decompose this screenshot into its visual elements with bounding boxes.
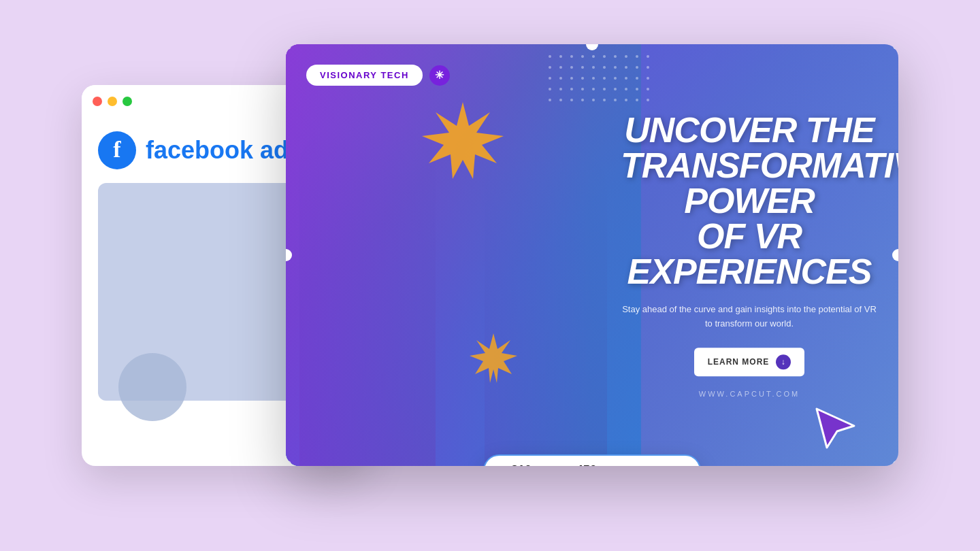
close-dot[interactable] — [93, 97, 102, 106]
minimize-dot[interactable] — [108, 97, 117, 106]
brand-badge: VISIONARY TECH ✳ — [306, 65, 450, 86]
facebook-f-icon: f — [113, 138, 120, 161]
unit-label: px — [615, 465, 627, 467]
svg-marker-0 — [422, 102, 504, 179]
badge-brand-text: VISIONARY TECH — [320, 70, 409, 80]
width-input[interactable] — [501, 463, 542, 466]
cursor-arrow — [813, 405, 858, 452]
cta-arrow-icon: ↓ — [776, 354, 791, 369]
learn-more-button[interactable]: LEARN MORE ↓ — [694, 348, 805, 376]
starburst-large — [415, 99, 510, 194]
badge-pill: VISIONARY TECH — [306, 65, 423, 86]
starburst-small — [463, 330, 524, 391]
unit-dropdown-icon: ▾ — [632, 465, 637, 467]
svg-rect-3 — [548, 54, 657, 109]
vr-headline: UNCOVER THE TRANSFORMATIVE POWER OF VR E… — [621, 112, 878, 289]
main-container: f facebook ad — [82, 44, 898, 507]
maximize-dot[interactable] — [122, 97, 132, 106]
headline-line2: TRANSFORMATIVE POWER — [621, 146, 898, 220]
dimension-bar: × px ▾ — [483, 454, 701, 466]
vr-right-content: UNCOVER THE TRANSFORMATIVE POWER OF VR E… — [621, 112, 878, 398]
vr-website-url: WWW.CAPCUT.COM — [621, 390, 878, 398]
svg-marker-4 — [817, 409, 854, 448]
unit-selector[interactable]: px ▾ — [615, 465, 637, 467]
headline-line3: OF VR EXPERIENCES — [627, 216, 872, 291]
badge-asterisk-icon: ✳ — [429, 65, 450, 86]
fb-circle-decoration — [118, 353, 186, 421]
dimension-separator: × — [550, 463, 558, 466]
vr-ad-card: VISIONARY TECH ✳ UNCOVER THE TRANSFORMAT… — [286, 44, 898, 466]
facebook-logo: f — [98, 131, 136, 169]
svg-marker-1 — [470, 333, 517, 383]
headline-line1: UNCOVER THE — [624, 110, 874, 150]
vr-card-inner: VISIONARY TECH ✳ UNCOVER THE TRANSFORMAT… — [286, 44, 898, 466]
dot-grid-pattern — [548, 54, 657, 112]
learn-more-label: LEARN MORE — [708, 357, 770, 367]
facebook-ad-label: facebook ad — [146, 136, 289, 165]
height-input[interactable] — [566, 463, 607, 466]
vr-subtext: Stay ahead of the curve and gain insight… — [621, 303, 878, 331]
